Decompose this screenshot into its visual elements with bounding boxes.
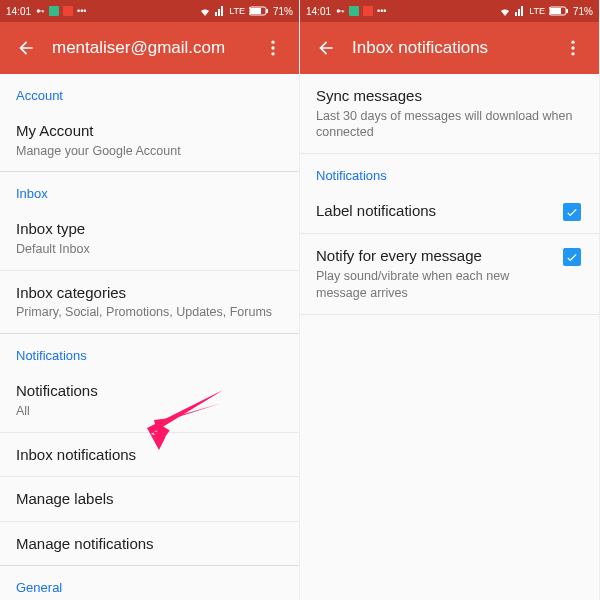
svg-rect-7: [266, 9, 268, 13]
row-manage-labels[interactable]: Manage labels: [0, 477, 299, 522]
key-icon: [35, 6, 45, 16]
more-vert-icon: [563, 38, 583, 58]
row-subtitle: Last 30 days of messages will download w…: [316, 108, 583, 142]
row-title: My Account: [16, 121, 283, 141]
svg-point-21: [571, 46, 574, 49]
row-sync-messages[interactable]: Sync messages Last 30 days of messages w…: [300, 74, 599, 154]
status-time: 14:01: [6, 6, 31, 17]
section-general: General: [0, 566, 299, 600]
settings-list: Account My Account Manage your Google Ac…: [0, 74, 299, 600]
row-label-notifications[interactable]: Label notifications: [300, 189, 599, 234]
svg-point-20: [571, 41, 574, 44]
svg-rect-19: [566, 9, 568, 13]
arrow-back-icon: [16, 38, 36, 58]
row-notify-every-message[interactable]: Notify for every message Play sound/vibr…: [300, 234, 599, 314]
screen-account-settings: 14:01 ••• LTE 71% mentaliser@gmail.com A…: [0, 0, 300, 600]
back-button[interactable]: [8, 38, 44, 58]
section-inbox: Inbox: [0, 172, 299, 207]
app-icon: [349, 6, 359, 16]
checkbox-label-notifications[interactable]: [563, 203, 581, 221]
row-subtitle: Primary, Social, Promotions, Updates, Fo…: [16, 304, 283, 321]
row-title: Inbox type: [16, 219, 283, 239]
row-title: Manage labels: [16, 489, 283, 509]
svg-rect-2: [43, 11, 44, 13]
signal-icon: [515, 6, 525, 16]
app-bar: mentaliser@gmail.com: [0, 22, 299, 74]
row-subtitle: Default Inbox: [16, 241, 283, 258]
row-title: Sync messages: [316, 86, 583, 106]
row-inbox-categories[interactable]: Inbox categories Primary, Social, Promot…: [0, 271, 299, 334]
row-manage-notifications[interactable]: Manage notifications: [0, 522, 299, 567]
row-subtitle: All: [16, 403, 283, 420]
row-title: Notifications: [16, 381, 283, 401]
overflow-menu-button[interactable]: [555, 38, 591, 58]
settings-list: Sync messages Last 30 days of messages w…: [300, 74, 599, 600]
status-bar: 14:01 ••• LTE 71%: [0, 0, 299, 22]
wifi-icon: [499, 6, 511, 16]
wifi-icon: [199, 6, 211, 16]
row-inbox-type[interactable]: Inbox type Default Inbox: [0, 207, 299, 270]
svg-point-8: [271, 41, 274, 44]
back-button[interactable]: [308, 38, 344, 58]
check-icon: [565, 250, 579, 264]
overflow-menu-button[interactable]: [255, 38, 291, 58]
row-title: Inbox categories: [16, 283, 283, 303]
screen-inbox-notifications: 14:01 ••• LTE 71% Inbox notifications Sy…: [300, 0, 600, 600]
status-battery: 71%: [273, 6, 293, 17]
row-subtitle: Play sound/vibrate when each new message…: [316, 268, 551, 302]
status-battery: 71%: [573, 6, 593, 17]
row-title: Label notifications: [316, 201, 551, 221]
svg-point-10: [271, 52, 274, 55]
app-bar-title: Inbox notifications: [344, 38, 555, 58]
app-icon: [363, 6, 373, 16]
arrow-back-icon: [316, 38, 336, 58]
app-bar-title: mentaliser@gmail.com: [44, 38, 255, 58]
svg-rect-4: [63, 6, 73, 16]
row-inbox-notifications[interactable]: Inbox notifications: [0, 433, 299, 478]
more-indicator: •••: [377, 6, 386, 16]
battery-icon: [249, 6, 269, 16]
svg-rect-18: [550, 8, 561, 14]
status-time: 14:01: [306, 6, 331, 17]
row-title: Inbox notifications: [16, 445, 283, 465]
svg-rect-6: [250, 8, 261, 14]
svg-rect-15: [349, 6, 359, 16]
svg-rect-13: [339, 11, 344, 12]
check-icon: [565, 205, 579, 219]
status-bar: 14:01 ••• LTE 71%: [300, 0, 599, 22]
svg-rect-14: [343, 11, 344, 13]
key-icon: [335, 6, 345, 16]
app-icon: [49, 6, 59, 16]
row-title: Manage notifications: [16, 534, 283, 554]
row-subtitle: Manage your Google Account: [16, 143, 283, 160]
svg-point-22: [571, 52, 574, 55]
app-bar: Inbox notifications: [300, 22, 599, 74]
more-vert-icon: [263, 38, 283, 58]
svg-rect-3: [49, 6, 59, 16]
signal-icon: [215, 6, 225, 16]
section-account: Account: [0, 74, 299, 109]
row-title: Notify for every message: [316, 246, 551, 266]
row-my-account[interactable]: My Account Manage your Google Account: [0, 109, 299, 172]
app-icon: [63, 6, 73, 16]
svg-point-9: [271, 46, 274, 49]
section-notifications: Notifications: [0, 334, 299, 369]
svg-rect-16: [363, 6, 373, 16]
more-indicator: •••: [77, 6, 86, 16]
checkbox-notify-every[interactable]: [563, 248, 581, 266]
section-notifications: Notifications: [300, 154, 599, 189]
battery-icon: [549, 6, 569, 16]
row-notifications[interactable]: Notifications All: [0, 369, 299, 432]
svg-rect-1: [39, 11, 44, 12]
